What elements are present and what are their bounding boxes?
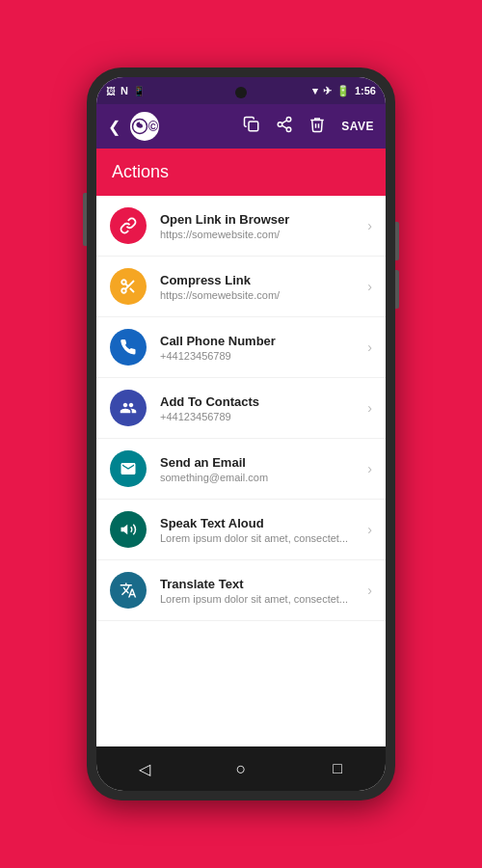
- time-display: 1:56: [355, 85, 376, 96]
- delete-button[interactable]: [308, 116, 326, 137]
- svg-line-11: [125, 284, 128, 286]
- scissors-icon-circle: [110, 268, 147, 305]
- home-nav-icon: ○: [236, 759, 247, 779]
- plane-icon: ✈: [323, 85, 332, 97]
- copy-button[interactable]: [243, 116, 260, 137]
- speak-text-title: Speak Text Aloud: [160, 516, 367, 530]
- send-email-title: Send an Email: [160, 455, 367, 470]
- save-button[interactable]: SAVE: [341, 120, 374, 133]
- svg-line-10: [130, 288, 134, 292]
- n-status-icon: N: [120, 85, 128, 96]
- volume-icon-circle: [110, 511, 147, 548]
- translate-text-subtitle: Lorem ipsum dolor sit amet, consectet...: [160, 593, 367, 605]
- recents-nav-icon: □: [333, 760, 342, 777]
- back-nav-icon: ◁: [139, 760, 150, 778]
- app-logo: ©: [130, 112, 159, 141]
- wifi-icon: ▾: [312, 85, 318, 97]
- compress-link-text: Compress Link https://somewebsite.com/: [160, 273, 367, 301]
- compress-link-chevron: ›: [367, 279, 372, 294]
- recents-nav-button[interactable]: □: [318, 749, 357, 788]
- svg-line-5: [282, 125, 287, 128]
- link-icon-circle: [110, 207, 147, 244]
- svg-point-2: [286, 118, 291, 122]
- battery-icon: 🔋: [336, 85, 350, 97]
- add-contacts-title: Add To Contacts: [160, 394, 367, 409]
- status-left-icons: 🖼 N 📱: [106, 85, 145, 96]
- action-item-speak-text[interactable]: Speak Text Aloud Lorem ipsum dolor sit a…: [96, 500, 386, 560]
- translate-text-chevron: ›: [367, 583, 372, 598]
- send-email-chevron: ›: [367, 461, 372, 476]
- call-phone-subtitle: +44123456789: [160, 350, 367, 362]
- svg-point-7: [121, 280, 126, 285]
- svg-point-8: [121, 288, 126, 293]
- volume-button: [83, 193, 87, 246]
- translate-text-title: Translate Text: [160, 577, 367, 591]
- send-email-text: Send an Email something@email.com: [160, 455, 367, 483]
- compress-link-title: Compress Link: [160, 273, 367, 287]
- svg-marker-12: [121, 525, 128, 535]
- image-status-icon: 🖼: [106, 86, 116, 96]
- phone-status-icon: 📱: [133, 86, 145, 96]
- translate-icon-circle: [110, 572, 147, 609]
- open-link-subtitle: https://somewebsite.com/: [160, 229, 367, 240]
- open-link-title: Open Link in Browser: [160, 212, 367, 227]
- action-item-add-contacts[interactable]: Add To Contacts +44123456789 ›: [96, 378, 386, 439]
- call-phone-chevron: ›: [367, 339, 372, 355]
- add-contacts-chevron: ›: [367, 400, 372, 416]
- toolbar-actions: SAVE: [243, 116, 374, 137]
- speak-text-text: Speak Text Aloud Lorem ipsum dolor sit a…: [160, 516, 367, 544]
- phone-screen: 🖼 N 📱 ▾ ✈ 🔋 1:56 ❮ ©: [96, 77, 386, 791]
- open-link-text: Open Link in Browser https://somewebsite…: [160, 212, 367, 240]
- action-item-translate-text[interactable]: Translate Text Lorem ipsum dolor sit ame…: [96, 560, 386, 621]
- phone-call-icon-circle: [110, 329, 147, 366]
- power-button: [395, 222, 399, 260]
- toolbar: ❮ ©: [96, 104, 386, 149]
- email-icon-circle: [110, 450, 147, 487]
- translate-text-text: Translate Text Lorem ipsum dolor sit ame…: [160, 577, 367, 605]
- svg-rect-1: [249, 122, 258, 131]
- actions-header: Actions: [96, 149, 386, 196]
- actions-title: Actions: [112, 162, 169, 181]
- call-phone-title: Call Phone Number: [160, 334, 367, 348]
- speak-text-chevron: ›: [367, 522, 372, 537]
- back-button[interactable]: ❮: [108, 118, 120, 136]
- bottom-navigation: ◁ ○ □: [96, 746, 386, 791]
- back-nav-button[interactable]: ◁: [125, 749, 164, 788]
- status-right-icons: ▾ ✈ 🔋 1:56: [312, 85, 376, 97]
- action-item-call-phone[interactable]: Call Phone Number +44123456789 ›: [96, 317, 386, 378]
- phone-device: 🖼 N 📱 ▾ ✈ 🔋 1:56 ❮ ©: [87, 68, 395, 800]
- power-button-2: [395, 270, 399, 309]
- action-item-send-email[interactable]: Send an Email something@email.com ›: [96, 439, 386, 500]
- add-contacts-text: Add To Contacts +44123456789: [160, 394, 367, 422]
- open-link-chevron: ›: [367, 218, 372, 233]
- send-email-subtitle: something@email.com: [160, 472, 367, 483]
- share-button[interactable]: [276, 116, 293, 137]
- svg-line-6: [282, 121, 287, 123]
- action-item-compress-link[interactable]: Compress Link https://somewebsite.com/ ›: [96, 257, 386, 317]
- speak-text-subtitle: Lorem ipsum dolor sit amet, consectet...: [160, 532, 367, 544]
- person-add-icon-circle: [110, 390, 147, 426]
- action-item-open-link[interactable]: Open Link in Browser https://somewebsite…: [96, 196, 386, 257]
- compress-link-subtitle: https://somewebsite.com/: [160, 289, 367, 301]
- home-nav-button[interactable]: ○: [222, 749, 260, 788]
- add-contacts-subtitle: +44123456789: [160, 411, 367, 422]
- action-list: Open Link in Browser https://somewebsite…: [96, 196, 386, 746]
- svg-point-3: [278, 122, 282, 127]
- svg-point-4: [286, 127, 291, 132]
- phone-speaker: [235, 87, 247, 98]
- call-phone-text: Call Phone Number +44123456789: [160, 334, 367, 362]
